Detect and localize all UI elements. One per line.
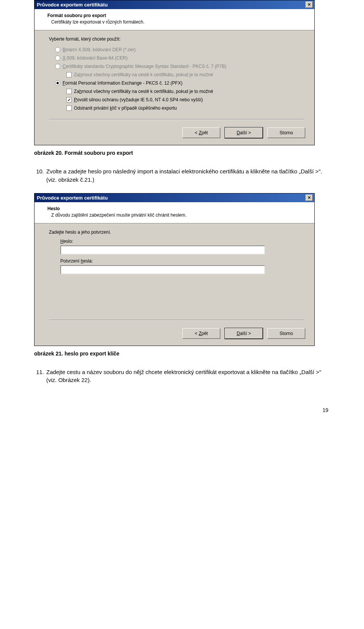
header-subtitle: Z důvodu zajištění zabezpečení musíte pr… xyxy=(47,212,306,218)
checkbox-icon: ✓ xyxy=(66,89,72,94)
checkbox-icon: ✓ xyxy=(66,97,72,102)
radio-icon xyxy=(55,55,60,61)
back-button[interactable]: < Zpět xyxy=(182,127,220,138)
titlebar-text: Průvodce exportem certifikátu xyxy=(37,2,108,8)
separator xyxy=(49,119,304,120)
check-pkcs12-include-chain[interactable]: ✓ Zahrnout všechny certifikáty na cestě … xyxy=(49,87,304,96)
titlebar: Průvodce exportem certifikátu × xyxy=(35,193,314,202)
close-button[interactable]: × xyxy=(306,2,313,8)
confirm-password-input[interactable] xyxy=(60,265,265,274)
page-number: 19 xyxy=(34,407,330,413)
radio-icon xyxy=(55,47,60,52)
password-label: Heslo: xyxy=(60,239,304,244)
header-subtitle: Certifikáty lze exportovat v různých for… xyxy=(47,19,306,25)
dialog-export-format: Průvodce exportem certifikátu × Formát s… xyxy=(34,0,315,145)
header-title: Heslo xyxy=(47,206,306,211)
next-button[interactable]: Další > xyxy=(225,127,263,138)
dialog-body: Vyberte formát, který chcete použít: Bin… xyxy=(35,30,314,127)
step-text: Zadejte cestu a název souboru do nějž ch… xyxy=(46,368,330,385)
step-text: Zvolte a zadejte heslo pro následný impo… xyxy=(46,167,330,184)
radio-pkcs12[interactable]: Formát Personal Information Exchange - P… xyxy=(49,79,304,87)
password-input[interactable] xyxy=(60,245,265,255)
confirm-password-label: Potvrzení hesla: xyxy=(60,258,304,264)
dialog-body: Zadejte heslo a jeho potvrzení. Heslo: P… xyxy=(35,223,314,328)
dialog-header: Heslo Z důvodu zajištění zabezpečení mus… xyxy=(35,202,314,223)
prompt: Vyberte formát, který chcete použít: xyxy=(49,36,304,42)
check-pkcs7-include-chain: ✓ Zahrnout všechny certifikáty na cestě … xyxy=(49,71,304,79)
check-delete-private-key[interactable]: ✓ Odstranit privátní klíč v případě úspě… xyxy=(49,104,304,112)
prompt: Zadejte heslo a jeho potvrzení. xyxy=(49,230,304,235)
close-button[interactable]: × xyxy=(306,195,313,201)
caption-figure-21: obrázek 21. heslo pro export klíče xyxy=(34,351,330,357)
dialog-header: Formát souboru pro export Certifikáty lz… xyxy=(35,9,314,30)
step-number: 10. xyxy=(34,167,44,184)
titlebar-text: Průvodce exportem certifikátu xyxy=(37,195,108,201)
radio-der: Binární X.509, kódování DER (*.cer) xyxy=(49,46,304,54)
separator xyxy=(49,320,304,321)
next-button[interactable]: Další > xyxy=(225,328,263,339)
caption-figure-20: obrázek 20. Formát souboru pro export xyxy=(34,150,330,156)
instruction-step-10: 10. Zvolte a zadejte heslo pro následný … xyxy=(34,167,330,184)
radio-icon xyxy=(55,80,60,86)
check-strong-protection[interactable]: ✓ Povolit silnou ochranu (vyžaduje IE 5.… xyxy=(49,96,304,104)
cancel-button[interactable]: Storno xyxy=(267,127,305,138)
cancel-button[interactable]: Storno xyxy=(267,328,305,339)
button-row: < Zpět Další > Storno xyxy=(35,127,314,145)
button-row: < Zpět Další > Storno xyxy=(35,328,314,346)
checkbox-icon: ✓ xyxy=(66,105,72,111)
radio-pkcs7: Certifikáty standardu Cryptographic Mess… xyxy=(49,62,304,71)
titlebar: Průvodce exportem certifikátu × xyxy=(35,0,314,9)
radio-base64: X.509, kódování Base-64 (CER) xyxy=(49,54,304,62)
header-title: Formát souboru pro export xyxy=(47,13,306,18)
radio-icon xyxy=(55,64,60,69)
checkbox-icon: ✓ xyxy=(66,72,72,77)
instruction-step-11: 11. Zadejte cestu a název souboru do něj… xyxy=(34,368,330,385)
back-button[interactable]: < Zpět xyxy=(182,328,220,339)
step-number: 11. xyxy=(34,368,44,385)
dialog-password: Průvodce exportem certifikátu × Heslo Z … xyxy=(34,193,315,346)
